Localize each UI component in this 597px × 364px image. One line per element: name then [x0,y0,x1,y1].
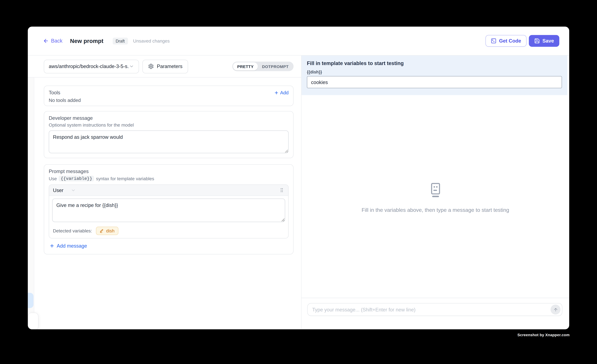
developer-message-textarea[interactable]: Respond as jack sparrow would [49,130,289,153]
watermark-text: Screenshot by Xnapper.com [518,333,570,337]
save-icon [534,38,540,44]
arrow-left-icon [43,38,49,44]
app-window: Back New prompt Draft Unsaved changes Ge… [28,27,569,329]
developer-message-title: Developer message [49,115,289,121]
unsaved-changes-text: Unsaved changes [133,38,170,44]
drag-handle-icon[interactable] [279,187,284,193]
tools-empty-text: No tools added [49,98,289,103]
page-title: New prompt [70,38,103,44]
variable-syntax-hint: Use {{variable}} syntax for template var… [49,176,289,181]
parameters-button[interactable]: Parameters [142,60,188,73]
plus-icon [274,90,279,95]
variable-code-chip: {{variable}} [59,176,94,181]
tools-card: Tools Add No tools added [44,85,294,106]
chat-footer [301,298,569,329]
variable-badge-label: dish [106,228,115,234]
empty-state-text: Fill in the variables above, then type a… [361,207,509,213]
chat-message-input[interactable] [308,303,562,316]
prompt-editor-panel: aws/anthropic/bedrock-claude-3-5-s... Pa… [28,56,302,329]
toggle-pretty[interactable]: PRETTY [233,62,258,70]
send-button[interactable] [550,305,560,315]
model-select[interactable]: aws/anthropic/bedrock-claude-3-5-s... [44,60,139,73]
arrow-up-icon [553,307,558,312]
save-button[interactable]: Save [529,35,559,47]
pencil-icon [100,229,104,233]
terminal-icon [491,38,496,44]
parameters-label: Parameters [157,64,182,69]
screenshot-stage: Back New prompt Draft Unsaved changes Ge… [0,0,597,364]
get-code-button[interactable]: Get Code [485,35,526,47]
variable-dish-label: {{dish}} [307,70,562,74]
get-code-label: Get Code [499,38,521,44]
back-label: Back [51,38,63,44]
add-message-button[interactable]: Add message [49,243,87,249]
tools-title: Tools [49,90,60,95]
editor-body: Tools Add No tools added Developer messa… [28,77,301,254]
prompt-messages-card: Prompt messages Use {{variable}} syntax … [44,164,294,254]
main-content: aws/anthropic/bedrock-claude-3-5-s... Pa… [28,56,569,329]
app-header: Back New prompt Draft Unsaved changes Ge… [28,27,569,55]
developer-message-subtitle: Optional system instructions for the mod… [49,122,289,128]
prompt-tester-panel: Fill in template variables to start test… [301,56,569,329]
developer-message-card: Developer message Optional system instru… [44,111,294,158]
add-message-label: Add message [57,243,87,249]
toggle-dotprompt[interactable]: DOTPROMPT [258,62,293,70]
variables-panel-heading: Fill in template variables to start test… [307,61,562,66]
role-select[interactable]: User [53,187,76,193]
message-body: Give me a recipe for {{dish}} Detected v… [49,196,288,238]
model-select-value: aws/anthropic/bedrock-claude-3-5-s... [49,64,129,69]
message-textarea[interactable]: Give me a recipe for {{dish}} [52,198,285,222]
hint-prefix: Use [49,176,57,181]
role-select-value: User [53,187,63,193]
message-header: User [49,185,288,196]
editor-toolbar: aws/anthropic/bedrock-claude-3-5-s... Pa… [28,56,301,78]
robot-face-icon [429,182,442,197]
variable-badge-dish[interactable]: dish [96,227,118,235]
add-tool-button[interactable]: Add [274,90,289,95]
save-label: Save [542,38,554,44]
back-button[interactable]: Back [43,38,63,44]
detected-variables-label: Detected variables: [53,228,92,234]
add-tool-label: Add [280,90,289,95]
hint-suffix: syntax for template variables [96,176,154,181]
detected-variables-row: Detected variables: dish [52,227,285,235]
chevron-down-icon [71,188,76,193]
variable-dish-input[interactable] [307,76,562,88]
chat-empty-state: Fill in the variables above, then type a… [301,95,569,298]
chat-input-container [307,303,562,316]
plus-icon [49,243,55,248]
message-block: User Give me a recipe for {{dish}} [49,184,289,238]
template-variables-panel: Fill in template variables to start test… [301,56,567,95]
format-toggle: PRETTY DOTPROMPT [232,62,294,71]
prompt-messages-title: Prompt messages [49,168,289,174]
status-badge: Draft [113,38,128,44]
gear-icon [148,64,154,69]
chevron-down-icon [129,64,134,69]
